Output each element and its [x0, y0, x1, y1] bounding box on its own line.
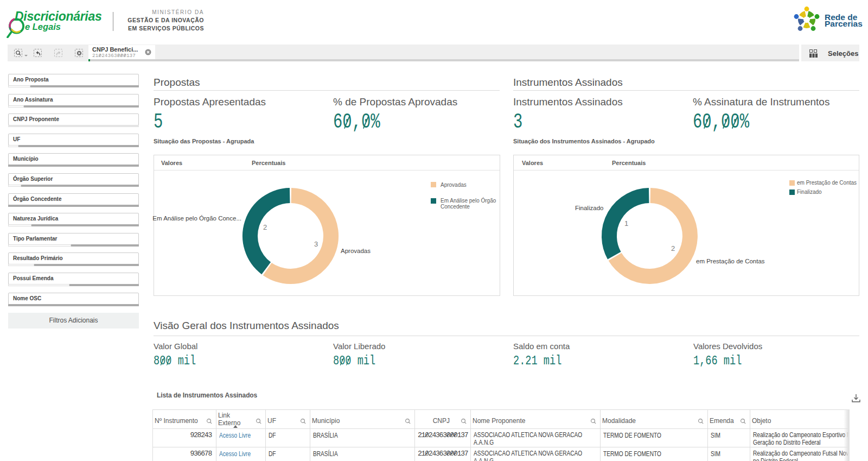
svg-text:Parcerias: Parcerias — [825, 19, 863, 28]
